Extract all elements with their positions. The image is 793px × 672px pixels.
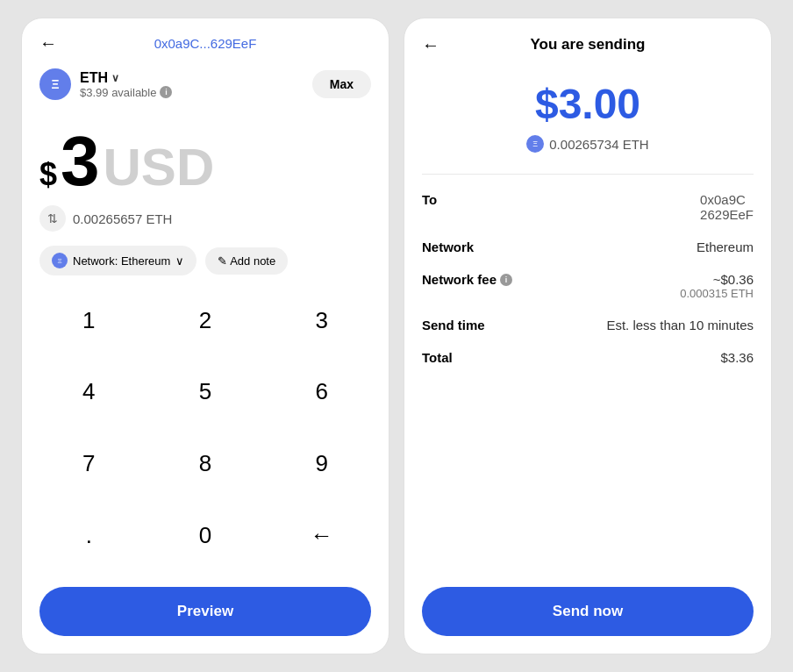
add-note-button[interactable]: ✎ Add note xyxy=(205,247,288,275)
left-screen: ← 0x0a9C...629EeF Ξ ETH ∨ $3.99 availabl… xyxy=(21,18,389,654)
total-label: Total xyxy=(422,350,453,365)
conversion-row: ⇅ 0.00265657 ETH xyxy=(22,205,389,246)
send-time-row: Send time Est. less than 10 minutes xyxy=(422,318,754,332)
network-eth-icon: Ξ xyxy=(52,253,68,268)
to-address-line1: 0x0a9C xyxy=(700,192,754,207)
amount-number: 3 xyxy=(61,126,100,197)
amount-currency: USD xyxy=(104,141,215,194)
balance-info-icon[interactable]: i xyxy=(160,86,172,98)
network-row: Network Ethereum xyxy=(422,239,754,254)
send-now-button[interactable]: Send now xyxy=(422,587,754,636)
preview-button[interactable]: Preview xyxy=(39,587,371,636)
token-chevron-icon: ∨ xyxy=(111,72,119,84)
key-8[interactable]: 8 xyxy=(147,433,264,495)
network-detail-value: Ethereum xyxy=(697,239,754,254)
token-info: Ξ ETH ∨ $3.99 available i xyxy=(39,68,172,100)
keypad: 1 2 3 4 5 6 7 8 9 . 0 ← xyxy=(22,290,389,576)
token-row: Ξ ETH ∨ $3.99 available i Max xyxy=(22,60,389,109)
key-2[interactable]: 2 xyxy=(147,290,264,351)
network-chevron-icon: ∨ xyxy=(175,254,184,268)
right-header: ← You are sending xyxy=(404,18,771,62)
total-row: Total $3.36 xyxy=(422,350,754,365)
to-row: To 0x0a9C 2629EeF xyxy=(422,192,754,222)
key-9[interactable]: 9 xyxy=(263,433,380,495)
send-eth-row: Ξ 0.00265734 ETH xyxy=(526,135,648,153)
fee-info-icon[interactable]: i xyxy=(500,274,512,286)
network-button[interactable]: Ξ Network: Ethereum ∨ xyxy=(39,246,196,275)
left-header: ← 0x0a9C...629EeF xyxy=(22,18,389,60)
eth-logo-icon: Ξ xyxy=(39,68,71,100)
total-value: $3.36 xyxy=(720,350,754,365)
to-address: 0x0a9C 2629EeF xyxy=(700,192,754,222)
send-time-label: Send time xyxy=(422,318,485,332)
send-time-value: Est. less than 10 minutes xyxy=(606,318,754,332)
send-amount-section: $3.00 Ξ 0.00265734 ETH xyxy=(404,62,771,174)
left-back-button[interactable]: ← xyxy=(39,33,57,54)
to-address-line2: 2629EeF xyxy=(700,207,754,222)
key-4[interactable]: 4 xyxy=(31,361,147,423)
fee-values: ~$0.36 0.000315 ETH xyxy=(680,272,754,300)
key-dot[interactable]: . xyxy=(31,504,147,566)
token-details: ETH ∨ $3.99 available i xyxy=(80,70,172,99)
token-balance: $3.99 available i xyxy=(80,86,172,99)
options-row: Ξ Network: Ethereum ∨ ✎ Add note xyxy=(22,246,389,290)
send-dollar-amount: $3.00 xyxy=(535,80,640,128)
fee-eth: 0.000315 ETH xyxy=(680,287,754,300)
network-detail-label: Network xyxy=(422,239,474,254)
key-0[interactable]: 0 xyxy=(147,504,264,566)
send-eth-amount: 0.00265734 ETH xyxy=(549,137,648,152)
fee-usd: ~$0.36 xyxy=(713,272,754,287)
dollar-sign: $ xyxy=(39,156,57,193)
wallet-address: 0x0a9C...629EeF xyxy=(154,36,257,51)
screens-container: ← 0x0a9C...629EeF Ξ ETH ∨ $3.99 availabl… xyxy=(0,0,793,672)
right-screen: ← You are sending $3.00 Ξ 0.00265734 ETH… xyxy=(404,18,772,654)
right-screen-title: You are sending xyxy=(531,36,646,54)
key-3[interactable]: 3 xyxy=(263,290,380,351)
fee-row: Network fee i ~$0.36 0.000315 ETH xyxy=(422,272,754,300)
fee-label: Network fee i xyxy=(422,272,512,287)
token-name[interactable]: ETH ∨ xyxy=(80,70,172,86)
key-7[interactable]: 7 xyxy=(31,433,147,495)
amount-display: $ 3 USD xyxy=(22,109,389,205)
max-button[interactable]: Max xyxy=(312,70,371,98)
key-1[interactable]: 1 xyxy=(31,290,147,351)
key-6[interactable]: 6 xyxy=(263,361,380,423)
right-back-button[interactable]: ← xyxy=(422,35,439,55)
details-section: To 0x0a9C 2629EeF Network Ethereum Netwo… xyxy=(404,175,771,576)
key-backspace[interactable]: ← xyxy=(263,504,380,566)
key-5[interactable]: 5 xyxy=(147,361,264,423)
to-label: To xyxy=(422,192,437,207)
eth-conversion-amount: 0.00265657 ETH xyxy=(73,211,172,226)
network-label: Network: Ethereum xyxy=(73,254,170,268)
swap-icon[interactable]: ⇅ xyxy=(39,205,66,232)
send-eth-icon: Ξ xyxy=(526,135,544,153)
